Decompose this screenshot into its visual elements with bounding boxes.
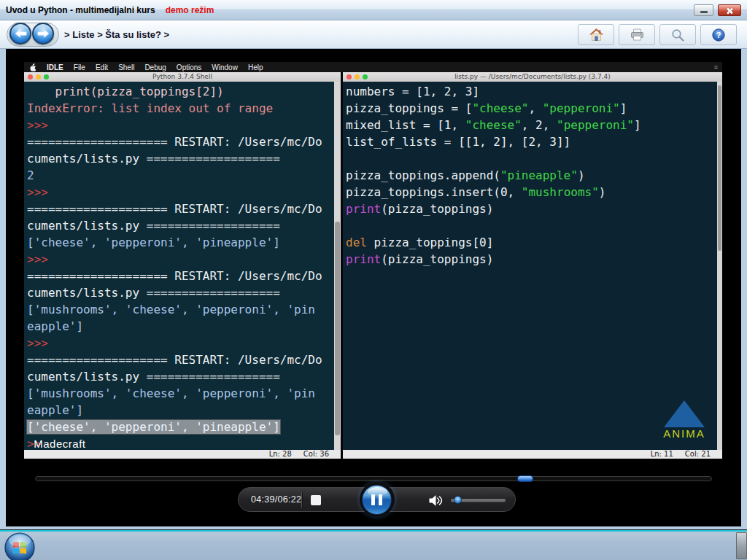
code-line: pizza_toppings.append("pineapple") — [346, 167, 715, 184]
menu-edit: Edit — [96, 63, 108, 71]
shell-statusbar: Ln: 28 Col: 36 — [24, 450, 341, 459]
editor-titlebar: lists.py — /Users/mc/Documents/lists.py … — [343, 72, 722, 82]
seek-thumb[interactable] — [517, 475, 533, 482]
print-icon — [630, 28, 644, 41]
menu-window: Window — [212, 63, 238, 71]
code-line: ['mushrooms', 'cheese', 'pepperoni', 'pi… — [27, 301, 333, 318]
editor-code-pane: numbers = [1, 2, 3]pizza_toppings = ["ch… — [343, 82, 722, 450]
start-button[interactable] — [4, 532, 35, 560]
code-line: ==================== RESTART: /Users/mc/… — [27, 268, 333, 284]
mute-button[interactable] — [428, 494, 444, 510]
code-line: ==================== RESTART: /Users/mc/… — [27, 201, 333, 217]
code-line: >>Madecraft — [27, 435, 333, 450]
close-button[interactable] — [718, 4, 741, 16]
home-button[interactable] — [578, 24, 614, 45]
code-line: ['mushrooms', 'cheese', 'pepperoni', 'pi… — [27, 385, 333, 402]
editor-window: lists.py — /Users/mc/Documents/lists.py … — [343, 72, 722, 459]
shell-titlebar: Python 3.7.4 Shell — [24, 72, 341, 82]
code-line: print(pizza_toppings) — [346, 201, 715, 217]
code-line: ==================== RESTART: /Users/mc/… — [27, 351, 333, 368]
code-line: print(pizza_toppings[2]) — [27, 83, 333, 100]
code-line: >>> — [27, 335, 333, 351]
screencast-macos-desktop: IDLEFileEditShellDebugOptionsWindowHelp … — [24, 62, 722, 459]
anima-logo-text: ANIMA — [658, 427, 711, 440]
back-button[interactable] — [9, 23, 31, 44]
mac-zoom-icon — [44, 74, 49, 79]
menu-options: Options — [177, 63, 201, 71]
code-line: cuments/lists.py =================== — [27, 150, 333, 167]
code-line: >>> — [27, 117, 333, 133]
editor-scrollbar — [717, 82, 722, 450]
shell-col-indicator: Col: 36 — [303, 450, 329, 459]
anima-logo: ANIMA — [658, 400, 711, 440]
breadcrumb[interactable]: > Liste > Šta su liste? > — [64, 29, 169, 40]
code-line: list_of_lists = [[1, 2], [2, 3]] — [346, 133, 715, 150]
code-line: IndexError: list index out of range — [27, 100, 333, 117]
code-line — [346, 150, 715, 167]
editor-statusbar: Ln: 11 Col: 21 — [343, 450, 722, 459]
volume-knob[interactable] — [454, 496, 462, 504]
shell-scrollbar-thumb — [335, 222, 340, 435]
editor-window-title: lists.py — /Users/mc/Documents/lists.py … — [454, 73, 610, 80]
help-button[interactable]: ? — [700, 24, 737, 45]
shell-traffic-lights — [28, 74, 49, 79]
navigation-bar: > Liste > Šta su liste? > — [0, 20, 747, 49]
show-desktop-button[interactable] — [736, 532, 747, 559]
menu-shell: Shell — [118, 63, 134, 71]
demo-mode-label: demo režim — [166, 5, 214, 15]
svg-text:?: ? — [716, 31, 721, 39]
seek-bar[interactable] — [35, 476, 712, 481]
stop-button[interactable] — [311, 495, 321, 505]
window-titlebar: Uvod u Python - multimedijalni kurs demo… — [0, 0, 747, 20]
code-line: cuments/lists.py =================== — [27, 217, 333, 234]
editor-scrollbar-thumb — [718, 85, 721, 251]
code-line: pizza_toppings.insert(0, "mushrooms") — [346, 184, 715, 201]
code-line: >>> — [27, 184, 333, 201]
minimize-icon — [700, 11, 708, 13]
controls-divider — [301, 492, 302, 508]
player-control-bar: 04:39/06:22 — [238, 487, 516, 512]
screen: { "colors": { "shell_bg": "#0d2a37", "ed… — [0, 0, 747, 560]
code-line: print(pizza_toppings) — [346, 251, 715, 268]
volume-slider[interactable] — [451, 499, 506, 502]
arrow-left-icon — [15, 28, 27, 39]
menubar-extras-icon: ≡ — [714, 62, 718, 72]
window-title: Uvod u Python - multimedijalni kurs — [6, 5, 155, 15]
editor-traffic-lights — [347, 74, 368, 79]
print-button[interactable] — [619, 24, 655, 45]
code-line: pizza_toppings = ["cheese", "pepperoni"] — [346, 100, 715, 117]
help-icon: ? — [712, 28, 725, 42]
windows-orb-icon — [4, 532, 35, 560]
code-line: numbers = [1, 2, 3] — [346, 83, 715, 100]
code-line: cuments/lists.py =================== — [27, 368, 333, 385]
menu-file: File — [74, 63, 85, 71]
pause-button[interactable] — [360, 482, 395, 517]
shell-code: print(pizza_toppings[2])IndexError: list… — [27, 83, 333, 450]
forward-button[interactable] — [32, 23, 54, 44]
mac-close-icon — [28, 74, 33, 79]
minimize-button[interactable] — [694, 4, 713, 16]
menu-help: Help — [248, 63, 263, 71]
code-line — [346, 217, 715, 234]
app-window: Uvod u Python - multimedijalni kurs demo… — [0, 0, 747, 529]
code-line: mixed_list = [1, "cheese", 2, "pepperoni… — [346, 117, 715, 133]
search-button[interactable] — [659, 24, 696, 45]
code-line: cuments/lists.py =================== — [27, 284, 333, 301]
pause-icon — [362, 485, 392, 515]
editor-code: numbers = [1, 2, 3]pizza_toppings = ["ch… — [346, 83, 715, 268]
code-line: eapple'] — [27, 402, 333, 419]
speaker-icon — [428, 494, 444, 507]
search-icon — [671, 28, 684, 42]
editor-line-indicator: Ln: 11 — [651, 450, 673, 459]
lesson-video-display[interactable]: IDLEFileEditShellDebugOptionsWindowHelp … — [6, 49, 741, 526]
apple-logo-icon — [30, 63, 36, 71]
anima-triangle-icon — [664, 400, 705, 427]
python-shell-window: Python 3.7.4 Shell print(pizza_toppings[… — [24, 72, 341, 459]
code-line: eapple'] — [27, 318, 333, 335]
code-line: >>> — [27, 251, 333, 268]
mac-minimize-icon — [36, 74, 41, 79]
editor-col-indicator: Col: 21 — [685, 450, 711, 459]
shell-line-indicator: Ln: 28 — [269, 450, 292, 459]
mac-zoom-icon — [363, 74, 368, 79]
home-icon — [589, 28, 603, 41]
